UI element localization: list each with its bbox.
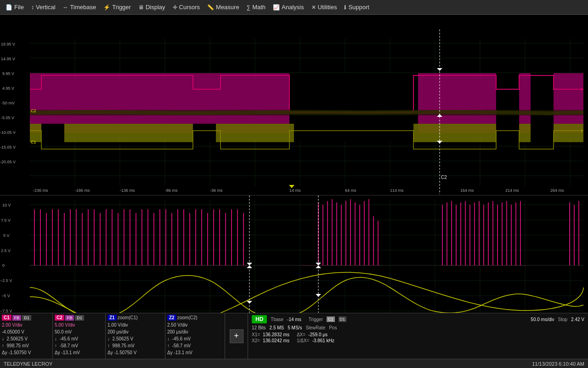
svg-text:10 V: 10 V bbox=[2, 203, 11, 207]
menu-support[interactable]: ℹ Support bbox=[340, 2, 373, 12]
svg-text:14.95 V: 14.95 V bbox=[1, 57, 15, 61]
timebase-icon: ↔ bbox=[63, 4, 68, 11]
svg-text:264 ms: 264 ms bbox=[550, 188, 564, 193]
svg-text:114 ms: 114 ms bbox=[390, 188, 404, 193]
svg-text:5 V: 5 V bbox=[3, 233, 10, 238]
z1-badge: Z1 bbox=[107, 315, 117, 321]
file-icon: 📄 bbox=[6, 4, 12, 11]
svg-text:-10.05 V: -10.05 V bbox=[0, 130, 16, 135]
z1-low: ↓ 2.50625 V bbox=[107, 335, 163, 342]
brand-label: TELEDYNE LECROY bbox=[4, 361, 52, 367]
dx-val: -259.0 μs bbox=[308, 332, 328, 337]
tbase-key: Tbase bbox=[271, 317, 283, 322]
svg-text:C2: C2 bbox=[31, 109, 36, 113]
c1-vdiv: 2.00 V/div bbox=[2, 322, 51, 328]
dx-key: ΔX= bbox=[297, 332, 305, 337]
utilities-icon: ✕ bbox=[311, 4, 316, 11]
svg-text:4.95 V: 4.95 V bbox=[2, 86, 14, 91]
menu-analysis[interactable]: 📈 Analysis bbox=[269, 2, 307, 12]
x2-key: X2= bbox=[252, 338, 260, 343]
x1-key: X1= bbox=[252, 332, 260, 337]
svg-text:-15.05 V: -15.05 V bbox=[0, 145, 16, 150]
datetime-label: 11/13/2023 6:10:40 AM bbox=[532, 361, 584, 367]
c2-info: C2 FB D1 5.00 V/div 50.0 mV ↓ -45.6 mV ↑… bbox=[53, 313, 106, 359]
svg-text:-236 ms: -236 ms bbox=[33, 188, 48, 193]
svg-text:19.95 V: 19.95 V bbox=[1, 42, 15, 46]
bits-label: 12 Bits bbox=[252, 325, 266, 330]
z2-info: Z2 zoom(C2) 2.50 V/div 200 μs/div ↓ -45.… bbox=[165, 313, 225, 359]
upper-trace: C2 C2 C1 19.95 V 14.95 V 9.95 V 4.95 V -… bbox=[0, 29, 588, 195]
svg-rect-31 bbox=[496, 124, 519, 142]
stop-label: Stop bbox=[558, 317, 568, 322]
sample-rate: 50.0 ms/div bbox=[531, 317, 554, 322]
add-channel-button[interactable]: + bbox=[230, 329, 243, 343]
tbase-val: -14 ms bbox=[287, 317, 301, 322]
menu-utilities[interactable]: ✕ Utilities bbox=[308, 2, 341, 12]
c2-vdiv: 5.00 V/div bbox=[55, 322, 103, 328]
menubar: 📄 File ↕ Vertical ↔ Timebase ⚡ Trigger 🖥… bbox=[0, 0, 588, 15]
z2-zoom-label: zoom(C2) bbox=[177, 315, 198, 320]
menu-math[interactable]: ∑ Math bbox=[243, 2, 269, 12]
z1-info: Z1 zoom(C1) 1.00 V/div 200 μs/div ↓ 2.50… bbox=[106, 313, 165, 359]
c1-badge: C1 bbox=[2, 315, 11, 321]
svg-text:64 ms: 64 ms bbox=[345, 188, 356, 193]
c1-d1-badge: D1 bbox=[22, 315, 31, 321]
z2-high: ↑ -58.7 mV bbox=[167, 342, 223, 349]
menu-display[interactable]: 🖥 Display bbox=[135, 2, 169, 12]
menu-trigger[interactable]: ⚡ Trigger bbox=[100, 2, 135, 12]
z2-tdiv: 200 μs/div bbox=[167, 328, 223, 335]
svg-rect-32 bbox=[531, 124, 554, 142]
c1-info: C1 FB D1 2.00 V/div -4.05000 V ↓ 2.50625… bbox=[0, 313, 53, 359]
svg-text:9.95 V: 9.95 V bbox=[2, 71, 14, 76]
z1-tdiv: 200 μs/div bbox=[107, 328, 163, 335]
c1-offset: -4.05000 V bbox=[2, 328, 51, 335]
menu-vertical[interactable]: ↕ Vertical bbox=[28, 2, 59, 12]
c2-d1-badge: D1 bbox=[75, 315, 84, 321]
c2-low: ↓ -45.6 mV bbox=[55, 335, 103, 342]
svg-text:-50 mV: -50 mV bbox=[1, 101, 15, 105]
z2-badge: Z2 bbox=[167, 315, 176, 321]
c2-high: ↑ -58.7 mV bbox=[55, 342, 103, 349]
c2-badge: C2 bbox=[55, 315, 64, 321]
svg-text:14 ms: 14 ms bbox=[289, 188, 301, 193]
z2-low: ↓ -45.6 mV bbox=[167, 335, 223, 342]
svg-text:-20.05 V: -20.05 V bbox=[0, 160, 16, 164]
menu-timebase[interactable]: ↔ Timebase bbox=[59, 2, 100, 12]
svg-text:-86 ms: -86 ms bbox=[165, 188, 178, 193]
c1-high: ↑ 998.75 mV bbox=[2, 342, 51, 349]
z1-delta: Δy -1.50750 V bbox=[107, 349, 163, 356]
c1-delta: Δy -1.50750 V bbox=[2, 349, 51, 356]
inv-dx-val: -3.861 kHz bbox=[312, 338, 334, 343]
cursors-icon: ✛ bbox=[173, 4, 177, 11]
math-icon: ∑ bbox=[247, 4, 251, 11]
svg-rect-29 bbox=[193, 124, 216, 142]
c2-delta: Δy -13.1 mV bbox=[55, 349, 103, 356]
vertical-icon: ↕ bbox=[31, 4, 34, 11]
pos-label: Pos bbox=[329, 325, 337, 330]
x2-val: 136.0242 ms bbox=[263, 338, 289, 343]
svg-text:−2.5 V: −2.5 V bbox=[0, 278, 12, 283]
menu-file[interactable]: 📄 File bbox=[2, 2, 28, 12]
display-icon: 🖥 bbox=[138, 4, 144, 11]
trigger-d1-badge: D1 bbox=[339, 316, 347, 322]
hd-badge: HD bbox=[252, 315, 267, 323]
stop-val: 2.42 V bbox=[571, 317, 584, 322]
svg-text:C1: C1 bbox=[31, 140, 36, 144]
svg-rect-30 bbox=[294, 124, 413, 142]
slew-label: SlewRate bbox=[305, 325, 325, 330]
menu-measure[interactable]: 📏 Measure bbox=[204, 2, 243, 12]
statusbar: TELEDYNE LECROY 11/13/2023 6:10:40 AM bbox=[0, 359, 588, 368]
right-info-panel: HD Tbase -14 ms Trigger C1 D1 50.0 ms/di… bbox=[248, 313, 588, 359]
menu-cursors[interactable]: ✛ Cursors bbox=[169, 2, 204, 12]
scope-area: C2 C2 C1 19.95 V 14.95 V 9.95 V 4.95 V -… bbox=[0, 29, 588, 337]
z2-vdiv: 2.50 V/div bbox=[167, 322, 223, 328]
analysis-icon: 📈 bbox=[273, 4, 280, 11]
upper-grid: C2 C2 C1 19.95 V 14.95 V 9.95 V 4.95 V -… bbox=[0, 29, 588, 194]
x1-val: 136.2832 ms bbox=[263, 332, 289, 337]
bottom-panel: C1 FB D1 2.00 V/div -4.05000 V ↓ 2.50625… bbox=[0, 313, 588, 359]
svg-text:164 ms: 164 ms bbox=[460, 188, 474, 193]
svg-text:0: 0 bbox=[2, 263, 5, 268]
svg-rect-28 bbox=[41, 124, 64, 142]
trigger-icon: ⚡ bbox=[103, 4, 110, 11]
z1-vdiv: 1.00 V/div bbox=[107, 322, 163, 328]
